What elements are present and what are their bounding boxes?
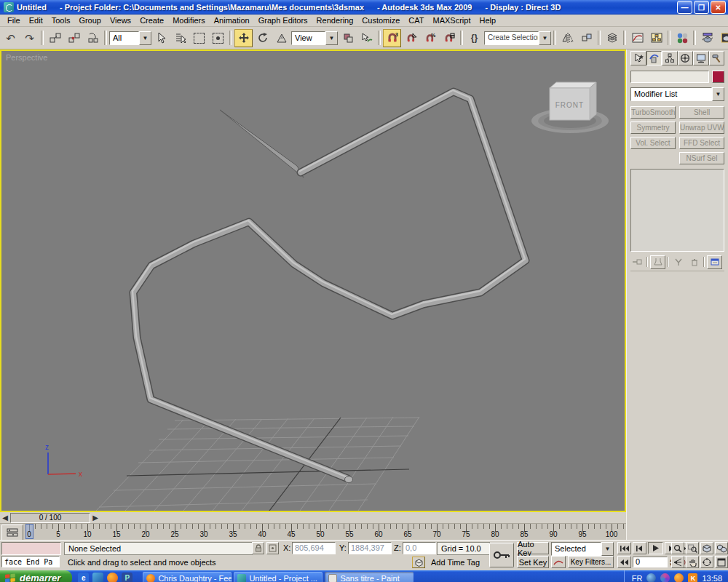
messenger-icon[interactable] [92,573,103,582]
current-frame-field[interactable]: 0 [633,557,668,567]
trackbar-frame-display[interactable]: 0 / 100 [10,513,90,523]
align-button[interactable] [577,29,596,47]
modifier-button-vol-select[interactable]: Vol. Select [630,137,676,149]
rendered-frame-window-button[interactable] [717,29,728,47]
chevron-down-icon[interactable]: ▼ [325,31,338,45]
selection-filter-dropdown[interactable]: All ▼ [109,31,151,45]
zoom-all-button[interactable] [686,542,699,554]
maximize-viewport-toggle-button[interactable] [715,556,728,568]
set-key-mode-button[interactable] [489,543,514,567]
chevron-down-icon[interactable]: ▼ [139,31,151,45]
menu-item-graph-editors[interactable]: Graph Editors [254,15,312,25]
maxscript-listener-row[interactable]: face End Pa [1,556,60,567]
menu-item-tools[interactable]: Tools [47,15,75,25]
play-animation-button[interactable] [648,542,663,554]
percent-snap-toggle-button[interactable]: % [421,29,439,47]
taskbar-task-max[interactable]: Untitled - Project ... [234,572,323,582]
select-by-name-button[interactable] [171,29,189,47]
tray-icon-2[interactable] [660,573,670,582]
curve-editor-button[interactable] [628,29,646,47]
modifier-stack-list[interactable] [630,169,724,252]
set-key-button[interactable]: Set Key [517,556,549,568]
layer-manager-button[interactable] [603,29,621,47]
start-button[interactable]: démarrer [0,570,72,582]
tab-motion[interactable] [678,51,694,65]
modifier-list-dropdown[interactable]: Modifier List ▼ [630,87,724,101]
zoom-extents-all-button[interactable] [715,542,728,554]
modifier-button-turbosmooth[interactable]: TurboSmooth [630,106,676,119]
material-editor-button[interactable] [673,29,691,47]
modifier-button-shell[interactable]: Shell [679,106,724,119]
menu-item-rendering[interactable]: Rendering [312,15,358,25]
undo-button[interactable]: ↶ [1,29,20,47]
select-and-manipulate-button[interactable] [357,29,376,47]
menu-item-create[interactable]: Create [135,15,168,25]
maxscript-listener-macro-row[interactable] [1,542,61,555]
snaps-toggle-button[interactable]: 3 [383,29,401,47]
remove-modifier-button[interactable] [687,256,701,268]
viewcube[interactable]: FRONT [531,82,609,133]
select-object-button[interactable] [152,29,170,47]
select-and-rotate-button[interactable] [253,29,272,47]
add-time-tag-label[interactable]: Add Time Tag [431,557,480,569]
menu-item-maxscript[interactable]: MAXScript [429,15,475,25]
tray-icon-klite[interactable]: K [688,573,697,582]
tray-icon-firefox[interactable] [674,573,684,582]
zoom-extents-button[interactable] [700,542,713,554]
chevron-down-icon[interactable]: ▼ [601,542,614,556]
internet-explorer-icon[interactable]: e [78,573,89,582]
unlink-selection-button[interactable] [65,29,83,47]
timeline-ruler[interactable]: 0510152025303540455055606570758085909510… [25,524,626,540]
key-mode-selection-dropdown[interactable]: Selected ▼ [551,542,614,556]
spline-tube-object[interactable] [132,90,526,483]
time-tag-icon-button[interactable] [412,557,425,568]
spinner-snap-toggle-button[interactable] [440,29,458,47]
menu-item-modifiers[interactable]: Modifiers [168,15,210,25]
pan-view-button[interactable] [686,556,699,568]
modifier-button-unwrap-uvw[interactable]: Unwrap UVW [679,121,724,134]
named-selection-sets-button[interactable]: {} [465,29,483,47]
default-in-out-tangents-button[interactable] [551,556,566,568]
z-coord-field[interactable]: 0,0 [403,542,436,554]
object-name-field[interactable] [630,71,709,83]
x-coord-field[interactable]: 805,694 [292,542,336,554]
modifier-button-nsurf-sel[interactable]: NSurf Sel [679,152,724,164]
field-of-view-button[interactable] [671,556,684,568]
tab-utilities[interactable] [709,51,725,65]
select-and-move-button[interactable] [234,29,253,47]
tab-create[interactable] [630,51,646,65]
render-setup-button[interactable] [698,29,716,47]
viewport-label[interactable]: Perspective [6,53,47,62]
open-mini-curve-editor-button[interactable] [1,525,23,541]
previous-frame-button[interactable] [633,542,646,554]
key-filters-button[interactable]: Key Filters... [568,556,614,568]
chevron-down-icon[interactable]: ▼ [712,87,724,101]
selection-lock-toggle[interactable] [252,542,264,554]
minimize-button[interactable]: — [677,1,692,14]
arc-rotate-button[interactable] [700,556,713,568]
object-color-swatch[interactable] [712,71,724,83]
modifier-button-ffd-select[interactable]: FFD Select [679,137,724,149]
configure-modifier-sets-button[interactable] [707,255,722,269]
taskbar-task-firefox[interactable]: Chris Daughtry - Feel... [143,572,232,582]
tray-clock[interactable]: 13:58 [702,574,722,582]
use-pivot-point-center-button[interactable] [339,29,357,47]
close-button[interactable]: ✕ [711,1,726,14]
schematic-view-button[interactable] [647,29,665,47]
bind-to-space-warp-button[interactable] [84,29,102,47]
pin-stack-button[interactable] [630,256,644,268]
go-to-start-button[interactable] [617,542,631,554]
tray-icon-1[interactable] [646,573,656,582]
menu-item-animation[interactable]: Animation [210,15,254,25]
menu-item-help[interactable]: Help [475,15,500,25]
restore-button[interactable]: ❐ [694,1,709,14]
show-end-result-button[interactable] [650,255,665,269]
menu-item-customize[interactable]: Customize [357,15,404,25]
y-coord-field[interactable]: 1884,397 [348,542,392,554]
menu-item-file[interactable]: File [3,15,25,25]
taskbar-task-paint[interactable]: Sans titre - Paint [325,572,414,582]
select-and-scale-button[interactable] [272,29,290,47]
mirror-button[interactable] [558,29,577,47]
window-crossing-button[interactable] [209,29,227,47]
key-mode-toggle-button[interactable] [617,556,631,568]
